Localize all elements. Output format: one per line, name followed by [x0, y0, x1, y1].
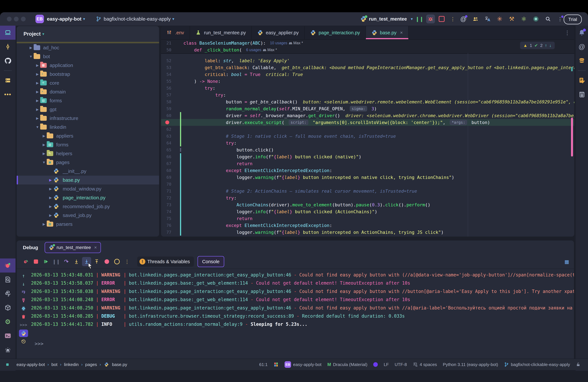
line-number[interactable]: 77 [161, 230, 174, 235]
line-ending-widget[interactable]: LF [384, 362, 389, 367]
servers-tool-icon[interactable] [0, 73, 16, 87]
github-tool-icon[interactable] [0, 54, 16, 68]
down-icon[interactable]: ↓ [19, 280, 28, 288]
expand-icon[interactable]: ▶ [35, 81, 40, 85]
ai-swirl-icon[interactable]: @ [459, 15, 468, 23]
layout-settings-icon[interactable]: ▦ [565, 259, 569, 265]
line-number[interactable]: 70 [161, 182, 174, 187]
breadcrumb-item[interactable]: base.py [112, 362, 127, 367]
collapse-icon[interactable]: ▼ [41, 160, 47, 164]
window-grid-icon[interactable] [273, 362, 279, 367]
sticky-line-50[interactable]: 50 def _click_button(6 usages👥︎Max * [161, 46, 574, 53]
project-tool-icon[interactable] [0, 26, 16, 40]
print-icon[interactable] [19, 305, 28, 312]
line-number[interactable]: 64 [161, 141, 174, 146]
code-line-62[interactable]: 62 [161, 126, 574, 133]
force-step-into-icon[interactable] [82, 257, 91, 266]
line-number[interactable]: 62 [161, 127, 174, 132]
resume-icon[interactable] [42, 257, 51, 266]
code-line-73[interactable]: 73 ActionChains(driver).move_to_element(… [161, 201, 574, 208]
debug-tool-icon[interactable] [0, 258, 16, 273]
line-number[interactable]: 55 [161, 79, 174, 84]
atom-icon[interactable]: ⚛ [519, 15, 528, 23]
code-line-57[interactable]: 57 try: [161, 91, 574, 98]
close-icon[interactable]: × [94, 245, 97, 250]
more-tools-icon[interactable]: ••• [0, 87, 16, 102]
code-line-56[interactable]: 56 try: [161, 85, 574, 91]
tree-item-helpers[interactable]: ▶✎helpers [17, 149, 159, 158]
tab-run_test_mentee.py[interactable]: run_test_mentee.py [190, 26, 252, 39]
softwrap-icon[interactable] [19, 288, 28, 296]
view-breakpoints-icon[interactable] [112, 257, 122, 266]
debug-icon[interactable] [426, 15, 435, 23]
breadcrumb-item[interactable]: bot [51, 362, 58, 367]
breadcrumb[interactable]: easy-apply-bot›bot›linkedin›pages›base.p… [17, 361, 127, 367]
clear-icon[interactable] [19, 313, 28, 320]
maximize-window-button[interactable] [21, 17, 26, 21]
line-number[interactable]: 54 [161, 72, 174, 77]
record-icon[interactable] [531, 15, 540, 23]
author-annotation[interactable]: 👥︎Max * [289, 41, 303, 45]
expand-icon[interactable]: ▶ [48, 178, 53, 182]
code-line-70[interactable]: 70 [161, 181, 574, 188]
stop-icon[interactable] [437, 15, 446, 23]
python-console-tool-icon[interactable] [0, 287, 16, 301]
tree-item-forms[interactable]: ▶▤forms [17, 140, 159, 149]
code-line-75[interactable]: 75 return [161, 215, 574, 222]
expand-icon[interactable]: ▶ [48, 213, 53, 217]
indent-widget[interactable]: 4 spaces [413, 362, 437, 367]
tree-item-page_interaction.py[interactable]: ▶page_interaction.py [17, 193, 159, 202]
step-into-icon[interactable] [72, 257, 81, 266]
search-icon[interactable] [544, 15, 552, 23]
branch-widget[interactable]: bagfix/not-clickable-easy-apply [504, 362, 570, 367]
tab-console[interactable]: Console [197, 256, 224, 267]
pause-icon[interactable]: ❙❙ [52, 257, 61, 266]
step-out-icon[interactable] [92, 257, 101, 266]
expand-icon[interactable]: ▶ [41, 134, 47, 138]
expand-icon[interactable]: ▶ [35, 107, 40, 111]
expand-icon[interactable]: ▶ [48, 187, 53, 191]
line-number[interactable]: 63 [161, 134, 174, 139]
git-branch-menu[interactable]: bagfix/not-clickable-easy-apply ▾ [96, 16, 174, 22]
sticky-line-21[interactable]: 21class BaseSeleniumManager(ABC):10 usag… [161, 40, 574, 46]
breadcrumb-item[interactable]: linkedin [64, 362, 79, 367]
python-packages-tool-icon[interactable] [0, 301, 16, 315]
caret-position-widget[interactable]: 61:1 [259, 362, 268, 367]
expand-icon[interactable]: ▶ [48, 196, 53, 200]
code-line-58[interactable]: 58 button = get_btn_callback() button: <… [161, 98, 574, 105]
database-icon[interactable] [576, 54, 588, 68]
interpreter-widget[interactable]: Python 3.11 (easy-apply-bot) [443, 362, 498, 367]
up-icon[interactable]: ↑ [19, 272, 28, 279]
line-number[interactable]: 60 [161, 113, 174, 118]
author-annotation[interactable]: 👥︎Max * [263, 48, 277, 52]
tree-item-pages[interactable]: ▼▣pages [17, 158, 159, 167]
editor-scrollbar[interactable] [571, 118, 573, 156]
lock-widget[interactable] [576, 362, 581, 367]
tree-item-core[interactable]: ▶⚛core [17, 79, 159, 87]
services-tool-icon[interactable]: ⚙ [0, 315, 16, 329]
starburst-icon[interactable]: ✳ [495, 15, 504, 23]
prev-arrow-icon[interactable]: ↑ [545, 43, 547, 48]
stop-icon[interactable] [31, 257, 41, 266]
tab-base.py[interactable]: base.py× [366, 26, 409, 39]
breadcrumb-item[interactable]: pages [85, 362, 97, 367]
tree-item-forms[interactable]: ▶▤forms [17, 96, 159, 105]
expand-icon[interactable]: ▶ [28, 46, 34, 50]
code-line-61[interactable]: driver.execute_script( script: "argument… [161, 119, 574, 126]
project-scroll-indicator[interactable] [17, 42, 159, 43]
console-prompt[interactable]: >>> [35, 341, 43, 347]
expand-icon[interactable]: ▶ [35, 64, 40, 67]
collapse-icon[interactable]: ▼ [28, 55, 34, 59]
encoding-widget[interactable]: UTF-8 [395, 362, 407, 367]
tab-page_interaction.py[interactable]: page_interaction.py [305, 26, 366, 39]
accent-dot[interactable] [373, 362, 378, 367]
code-line-66[interactable]: 66 logger.info(f"{label} button clicked … [161, 153, 574, 160]
code-line-63[interactable]: 63 # Stage 1: native click — full mouse … [161, 133, 574, 140]
tree-item-application[interactable]: ▶▦application [17, 61, 159, 70]
tree-item-domain[interactable]: ▶•domain [17, 87, 159, 96]
line-number[interactable]: 53 [161, 65, 174, 70]
alerts-tool-icon[interactable] [0, 343, 16, 357]
prompt-icon[interactable]: >>> [19, 321, 28, 329]
code-line-68[interactable]: 68 except ElementClickInterceptedExcepti… [161, 167, 574, 174]
pause-icon[interactable]: ❙❙ [415, 15, 424, 23]
